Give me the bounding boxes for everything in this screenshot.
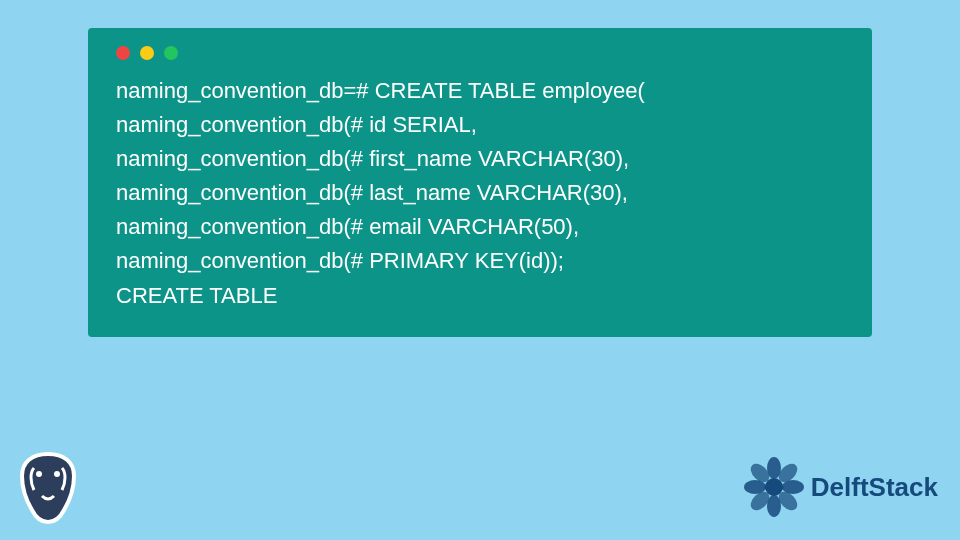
minimize-icon: [140, 46, 154, 60]
code-line: naming_convention_db(# email VARCHAR(50)…: [116, 210, 844, 244]
brand-name: DelftStack: [811, 472, 938, 503]
svg-point-6: [783, 481, 803, 493]
delftstack-logo: </> DelftStack: [743, 456, 938, 518]
mandala-icon: </>: [743, 456, 805, 518]
terminal-window: naming_convention_db=# CREATE TABLE empl…: [88, 28, 872, 337]
svg-point-0: [36, 471, 42, 477]
code-line: naming_convention_db(# last_name VARCHAR…: [116, 176, 844, 210]
maximize-icon: [164, 46, 178, 60]
code-line: CREATE TABLE: [116, 279, 844, 313]
svg-point-3: [768, 458, 780, 478]
postgresql-icon: [12, 448, 84, 526]
code-line: naming_convention_db(# id SERIAL,: [116, 108, 844, 142]
svg-point-1: [54, 471, 60, 477]
close-icon: [116, 46, 130, 60]
code-line: naming_convention_db(# PRIMARY KEY(id));: [116, 244, 844, 278]
svg-text:</>: </>: [765, 482, 783, 493]
code-line: naming_convention_db(# first_name VARCHA…: [116, 142, 844, 176]
svg-point-5: [745, 481, 765, 493]
svg-point-4: [768, 496, 780, 516]
window-controls: [116, 46, 844, 60]
code-line: naming_convention_db=# CREATE TABLE empl…: [116, 74, 844, 108]
